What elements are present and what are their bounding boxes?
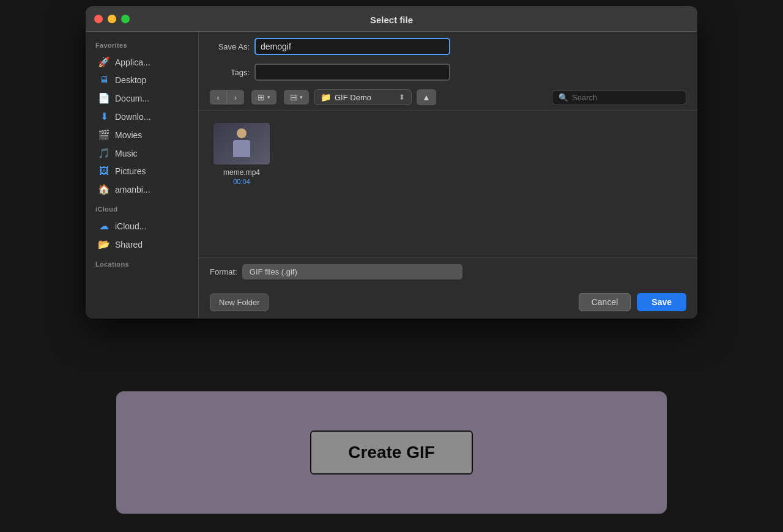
- list-view-button-group: ⊟ ▾: [284, 90, 309, 105]
- sidebar-item-desktop[interactable]: 🖥 Desktop: [88, 72, 196, 89]
- list-view-icon: ⊟: [290, 92, 297, 102]
- person-body: [233, 140, 250, 157]
- location-dropdown[interactable]: 📁 GIF Demo ⬍: [314, 89, 412, 105]
- format-bar: Format: GIF files (.gif): [199, 257, 697, 286]
- file-item[interactable]: meme.mp4 00:04: [211, 123, 272, 185]
- locations-section-label: Locations: [86, 260, 198, 272]
- shared-icon: 📂: [98, 238, 110, 250]
- sidebar-item-label: Shared: [115, 240, 143, 249]
- file-name: meme.mp4: [223, 168, 260, 177]
- person-head: [237, 128, 247, 138]
- format-dropdown[interactable]: GIF files (.gif): [242, 264, 462, 279]
- format-value: GIF files (.gif): [250, 267, 297, 276]
- dialog-content: Favorites 🚀 Applica... 🖥 Desktop 📄 Docum…: [86, 32, 697, 319]
- expand-icon: ▲: [422, 92, 431, 102]
- icon-view-button[interactable]: ⊞ ▾: [251, 90, 276, 105]
- action-bar: New Folder Cancel Save: [199, 286, 697, 319]
- favorites-section-label: Favorites: [86, 42, 198, 53]
- icloud-icon: ☁: [98, 220, 110, 232]
- new-folder-button[interactable]: New Folder: [210, 294, 269, 311]
- view-button-group: ⊞ ▾: [251, 90, 276, 105]
- expand-button[interactable]: ▲: [417, 89, 436, 105]
- save-as-row: Save As:: [199, 32, 697, 57]
- sidebar-item-label: amanbi...: [115, 185, 150, 194]
- location-label: GIF Demo: [335, 93, 395, 102]
- sidebar-item-label: Docum...: [115, 94, 149, 103]
- main-pane: Save As: Tags: ‹ ›: [199, 32, 697, 319]
- desktop-icon: 🖥: [98, 75, 110, 86]
- dialog-title: Select file: [370, 15, 413, 25]
- movies-icon: 🎬: [98, 129, 110, 141]
- back-button[interactable]: ‹: [210, 90, 227, 105]
- sidebar-item-label: Desktop: [115, 75, 146, 85]
- video-thumbnail: [213, 123, 270, 164]
- tags-input[interactable]: [254, 64, 450, 81]
- search-box: 🔍: [552, 90, 686, 105]
- titlebar: Select file: [86, 6, 697, 32]
- downloads-icon: ⬇: [98, 111, 110, 122]
- list-view-chevron: ▾: [300, 94, 303, 100]
- sidebar-item-movies[interactable]: 🎬 Movies: [88, 126, 196, 144]
- documents-icon: 📄: [98, 92, 110, 104]
- select-file-dialog: Select file Favorites 🚀 Applica... 🖥 Des…: [86, 6, 697, 319]
- sidebar-item-label: Movies: [115, 130, 142, 140]
- save-as-label: Save As:: [210, 42, 250, 51]
- icon-view-chevron: ▾: [267, 94, 270, 100]
- close-button[interactable]: [94, 15, 103, 23]
- sidebar-item-applications[interactable]: 🚀 Applica...: [88, 53, 196, 71]
- maximize-button[interactable]: [121, 15, 130, 23]
- file-duration: 00:04: [233, 178, 250, 185]
- action-buttons: Cancel Save: [579, 293, 686, 311]
- music-icon: 🎵: [98, 147, 110, 159]
- format-label: Format:: [210, 267, 237, 276]
- sidebar-item-pictures[interactable]: 🖼 Pictures: [88, 163, 196, 180]
- nav-button-group: ‹ ›: [210, 90, 244, 105]
- search-icon: 🔍: [558, 93, 568, 102]
- tags-label: Tags:: [210, 68, 250, 77]
- person-silhouette: [231, 128, 253, 159]
- minimize-button[interactable]: [108, 15, 116, 23]
- sidebar-item-label: Pictures: [115, 166, 146, 176]
- modal-overlay: Select file Favorites 🚀 Applica... 🖥 Des…: [0, 0, 783, 532]
- sidebar-item-documents[interactable]: 📄 Docum...: [88, 89, 196, 107]
- sidebar-item-label: Downlo...: [115, 112, 150, 122]
- applications-icon: 🚀: [98, 56, 110, 68]
- traffic-lights: [94, 15, 130, 23]
- folder-icon: 📁: [321, 92, 331, 102]
- sidebar-item-shared[interactable]: 📂 Shared: [88, 235, 196, 253]
- file-thumbnail: [213, 123, 270, 164]
- toolbar-row: ‹ › ⊞ ▾ ⊟ ▾: [199, 83, 697, 111]
- list-view-button[interactable]: ⊟ ▾: [284, 90, 309, 105]
- sidebar-item-amanbi[interactable]: 🏠 amanbi...: [88, 180, 196, 198]
- icon-view-icon: ⊞: [258, 92, 265, 102]
- tags-row: Tags:: [199, 57, 697, 83]
- pictures-icon: 🖼: [98, 166, 110, 177]
- dropdown-arrows-icon: ⬍: [399, 93, 405, 102]
- save-as-input[interactable]: [254, 38, 450, 55]
- sidebar-item-label: iCloud...: [115, 221, 146, 231]
- sidebar-item-music[interactable]: 🎵 Music: [88, 144, 196, 162]
- sidebar-item-label: Music: [115, 149, 138, 158]
- file-browser: meme.mp4 00:04: [199, 111, 697, 257]
- forward-button[interactable]: ›: [227, 90, 244, 105]
- sidebar-item-icloud-drive[interactable]: ☁ iCloud...: [88, 217, 196, 235]
- sidebar-item-downloads[interactable]: ⬇ Downlo...: [88, 108, 196, 125]
- home-icon: 🏠: [98, 183, 110, 195]
- cancel-button[interactable]: Cancel: [579, 293, 631, 311]
- sidebar-item-label: Applica...: [115, 57, 150, 67]
- save-button[interactable]: Save: [637, 293, 686, 311]
- icloud-section-label: iCloud: [86, 205, 198, 216]
- search-input[interactable]: [572, 93, 680, 102]
- sidebar: Favorites 🚀 Applica... 🖥 Desktop 📄 Docum…: [86, 32, 199, 319]
